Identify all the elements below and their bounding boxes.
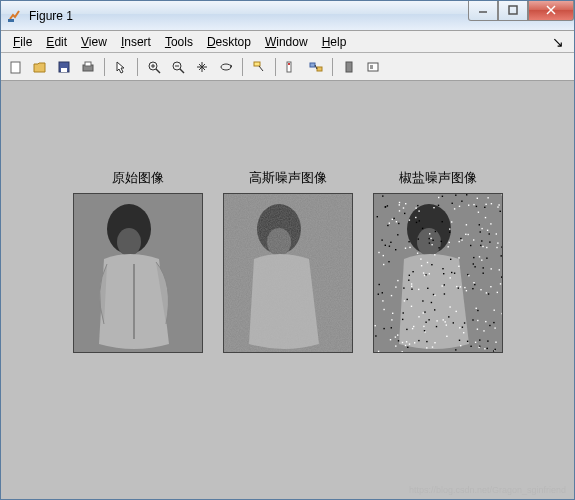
svg-rect-206: [472, 288, 473, 289]
svg-rect-203: [459, 286, 460, 287]
svg-rect-5: [11, 62, 20, 73]
svg-rect-71: [412, 271, 413, 272]
svg-rect-70: [490, 203, 491, 204]
pan-button[interactable]: [191, 56, 213, 78]
svg-rect-73: [482, 273, 483, 274]
svg-rect-55: [458, 206, 459, 207]
toolbar-separator: [275, 58, 276, 76]
svg-rect-260: [494, 349, 495, 350]
menu-file[interactable]: File: [7, 33, 38, 51]
svg-rect-183: [415, 207, 416, 208]
svg-rect-155: [411, 286, 412, 287]
window-controls: [468, 1, 574, 21]
svg-rect-258: [475, 206, 476, 207]
svg-rect-288: [415, 222, 416, 223]
svg-rect-184: [418, 220, 419, 221]
svg-rect-222: [450, 259, 451, 260]
svg-rect-81: [418, 210, 419, 211]
svg-rect-152: [482, 267, 483, 268]
brush-button[interactable]: [281, 56, 303, 78]
svg-rect-160: [430, 238, 431, 239]
menu-tools[interactable]: Tools: [159, 33, 199, 51]
open-button[interactable]: [29, 56, 51, 78]
pointer-button[interactable]: [110, 56, 132, 78]
svg-rect-134: [464, 287, 465, 288]
menu-view[interactable]: View: [75, 33, 113, 51]
svg-rect-244: [410, 283, 411, 284]
menu-help[interactable]: Help: [316, 33, 353, 51]
data-cursor-button[interactable]: [248, 56, 270, 78]
colorbar-button[interactable]: [338, 56, 360, 78]
svg-rect-72: [391, 219, 392, 220]
svg-rect-226: [501, 276, 502, 277]
print-button[interactable]: [77, 56, 99, 78]
svg-rect-90: [485, 292, 486, 293]
svg-rect-153: [404, 345, 405, 346]
svg-rect-123: [383, 309, 384, 310]
rotate-3d-button[interactable]: [215, 56, 237, 78]
svg-rect-144: [443, 273, 444, 274]
svg-rect-242: [411, 289, 412, 290]
subplot-gaussian: 高斯噪声图像: [223, 169, 353, 353]
svg-rect-41: [474, 284, 475, 285]
svg-rect-216: [494, 327, 495, 328]
svg-rect-148: [501, 246, 502, 247]
svg-rect-78: [477, 310, 478, 311]
svg-rect-175: [378, 252, 379, 253]
svg-rect-112: [453, 273, 454, 274]
minimize-button[interactable]: [468, 1, 498, 21]
menu-desktop[interactable]: Desktop: [201, 33, 257, 51]
svg-rect-105: [500, 255, 501, 256]
svg-rect-117: [476, 198, 477, 199]
menu-insert[interactable]: Insert: [115, 33, 157, 51]
svg-rect-80: [474, 266, 475, 267]
subplot-saltpepper: 椒盐噪声图像: [373, 169, 503, 353]
svg-rect-232: [395, 345, 396, 346]
dock-button[interactable]: ↘: [548, 34, 568, 50]
svg-rect-74: [479, 339, 480, 340]
save-button[interactable]: [53, 56, 75, 78]
link-button[interactable]: [305, 56, 327, 78]
svg-rect-166: [443, 293, 444, 294]
svg-rect-65: [498, 204, 499, 205]
svg-rect-198: [432, 294, 433, 295]
svg-rect-233: [495, 233, 496, 234]
svg-rect-270: [484, 348, 485, 349]
svg-rect-116: [478, 347, 479, 348]
menu-edit[interactable]: Edit: [40, 33, 73, 51]
svg-rect-7: [61, 68, 67, 72]
svg-rect-26: [368, 63, 378, 71]
svg-rect-293: [404, 248, 405, 249]
svg-rect-99: [431, 264, 432, 265]
svg-rect-122: [397, 340, 398, 341]
svg-rect-18: [254, 62, 260, 66]
subplot-original: 原始图像: [73, 169, 203, 353]
svg-rect-95: [480, 245, 481, 246]
close-button[interactable]: [528, 1, 574, 21]
svg-rect-79: [425, 322, 426, 323]
svg-rect-167: [423, 326, 424, 327]
svg-rect-44: [470, 346, 471, 347]
svg-rect-86: [458, 340, 459, 341]
legend-button[interactable]: [362, 56, 384, 78]
svg-rect-186: [424, 311, 425, 312]
svg-rect-109: [497, 206, 498, 207]
menu-window[interactable]: Window: [259, 33, 314, 51]
zoom-out-button[interactable]: [167, 56, 189, 78]
svg-rect-192: [434, 309, 435, 310]
svg-rect-276: [472, 319, 473, 320]
svg-rect-189: [463, 332, 464, 333]
svg-rect-275: [402, 207, 403, 208]
svg-rect-281: [457, 287, 458, 288]
svg-rect-102: [451, 221, 452, 222]
svg-rect-121: [502, 291, 503, 292]
svg-rect-92: [432, 240, 433, 241]
new-figure-button[interactable]: [5, 56, 27, 78]
svg-rect-210: [398, 223, 399, 224]
svg-rect-280: [458, 257, 459, 258]
toolbar-separator: [242, 58, 243, 76]
maximize-button[interactable]: [498, 1, 528, 21]
zoom-in-button[interactable]: [143, 56, 165, 78]
svg-rect-2: [509, 6, 517, 14]
svg-rect-40: [489, 325, 490, 326]
